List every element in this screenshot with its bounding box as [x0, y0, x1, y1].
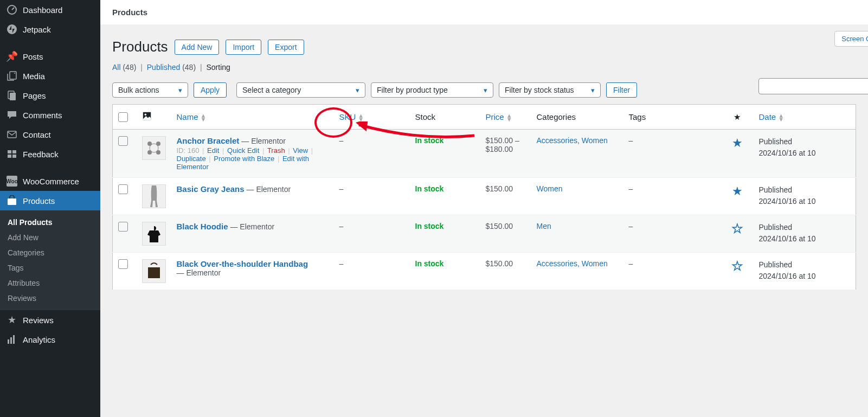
- comment-icon: [7, 110, 17, 120]
- svg-rect-10: [12, 155, 16, 158]
- sidebar-sub-reviews[interactable]: Reviews: [0, 291, 100, 306]
- row-checkbox[interactable]: [118, 184, 128, 194]
- category-filter-select[interactable]: Select a category: [236, 82, 365, 98]
- products-table: Name▲▼ SKU▲▼ Stock Price▲▼ Categories Ta…: [112, 104, 856, 290]
- sidebar-label: WooCommerce: [23, 177, 79, 186]
- sidebar-sub-attributes[interactable]: Attributes: [0, 275, 100, 291]
- product-thumbnail[interactable]: [142, 136, 166, 160]
- export-button[interactable]: Export: [268, 40, 304, 55]
- chart-icon: [7, 334, 17, 345]
- promote-blaze-link[interactable]: Promote with Blaze: [214, 155, 274, 163]
- table-row: Anchor Bracelet — Elementor ID: 160 | Ed…: [113, 130, 856, 178]
- products-icon: [7, 195, 17, 206]
- sidebar-item-posts[interactable]: 📌Posts: [0, 47, 100, 66]
- cell-categories[interactable]: Accessories, Women: [537, 259, 608, 268]
- pin-icon: 📌: [7, 51, 17, 62]
- sidebar-submenu: All Products Add New Categories Tags Att…: [0, 210, 100, 310]
- sidebar-item-dashboard[interactable]: Dashboard: [0, 0, 100, 20]
- stock-status-filter-select[interactable]: Filter by stock status: [499, 82, 601, 98]
- sidebar-item-comments[interactable]: Comments: [0, 105, 100, 125]
- sidebar-item-feedback[interactable]: Feedback: [0, 144, 100, 164]
- column-price[interactable]: Price▲▼: [480, 105, 531, 130]
- product-thumbnail[interactable]: [142, 259, 166, 283]
- sidebar-item-analytics[interactable]: Analytics: [0, 330, 100, 349]
- sidebar-label: Dashboard: [23, 5, 62, 15]
- filter-button[interactable]: Filter: [606, 82, 637, 98]
- column-name[interactable]: Name▲▼: [171, 105, 334, 130]
- view-link[interactable]: View: [293, 146, 308, 155]
- sidebar-label: Contact: [23, 130, 51, 139]
- media-icon: [7, 70, 17, 81]
- sidebar-sub-add-new[interactable]: Add New: [0, 230, 100, 245]
- topbar-title: Products: [112, 8, 147, 17]
- sidebar-item-pages[interactable]: Pages: [0, 86, 100, 105]
- row-checkbox[interactable]: [118, 222, 128, 232]
- product-type-filter-select[interactable]: Filter by product type: [371, 82, 493, 98]
- featured-star[interactable]: ★: [721, 215, 754, 253]
- product-name-link[interactable]: Basic Gray Jeans: [177, 184, 245, 194]
- svg-point-19: [156, 142, 160, 146]
- featured-star[interactable]: ★: [721, 253, 754, 290]
- cell-categories[interactable]: Women: [537, 184, 563, 193]
- main-area: Products Screen Opt Products Add New Imp…: [100, 0, 868, 417]
- trash-link[interactable]: Trash: [267, 146, 285, 155]
- cell-tags: –: [623, 253, 721, 290]
- sidebar-label: Feedback: [23, 150, 59, 159]
- column-date[interactable]: Date▲▼: [754, 105, 856, 130]
- filter-published-link[interactable]: Published (48): [147, 63, 196, 72]
- sidebar-item-media[interactable]: Media: [0, 66, 100, 86]
- edit-link[interactable]: Edit: [207, 146, 219, 155]
- svg-rect-14: [13, 335, 15, 344]
- cell-sku: –: [334, 130, 410, 178]
- product-name-link[interactable]: Black Hoodie: [177, 222, 228, 231]
- cell-tags: –: [623, 215, 721, 253]
- sidebar-item-contact[interactable]: Contact: [0, 125, 100, 144]
- product-thumbnail[interactable]: [142, 222, 166, 246]
- svg-point-21: [156, 150, 160, 155]
- sidebar-sub-all-products[interactable]: All Products: [0, 215, 100, 230]
- sidebar-item-reviews[interactable]: ★Reviews: [0, 310, 100, 330]
- featured-star[interactable]: ★: [721, 130, 754, 178]
- add-new-button[interactable]: Add New: [175, 40, 220, 55]
- cell-categories[interactable]: Men: [537, 222, 551, 230]
- cell-sku: –: [334, 215, 410, 253]
- table-row: Basic Gray Jeans — Elementor – In stock …: [113, 178, 856, 215]
- select-all-checkbox[interactable]: [118, 112, 128, 122]
- column-tags: Tags: [623, 105, 721, 130]
- cell-stock: In stock: [415, 136, 444, 145]
- featured-star[interactable]: ★: [721, 178, 754, 215]
- row-checkbox[interactable]: [118, 259, 128, 269]
- sidebar-sub-categories[interactable]: Categories: [0, 245, 100, 260]
- builder-tag: — Elementor: [228, 222, 275, 231]
- star-icon: ★: [7, 315, 17, 325]
- sidebar-item-jetpack[interactable]: Jetpack: [0, 20, 100, 39]
- row-id: ID: 160: [177, 146, 200, 155]
- sidebar-sub-tags[interactable]: Tags: [0, 260, 100, 275]
- filter-sorting-link[interactable]: Sorting: [207, 63, 230, 72]
- filter-all-link[interactable]: All (48): [112, 63, 136, 72]
- svg-point-18: [147, 142, 152, 146]
- apply-button[interactable]: Apply: [194, 82, 227, 98]
- product-name-link[interactable]: Black Over-the-shoulder Handbag: [177, 259, 308, 268]
- cell-categories[interactable]: Accessories, Women: [537, 136, 608, 145]
- bulk-actions-select[interactable]: Bulk actions: [112, 82, 188, 98]
- column-featured: ★: [721, 105, 754, 130]
- column-sku[interactable]: SKU▲▼: [334, 105, 410, 130]
- import-button[interactable]: Import: [226, 40, 261, 55]
- cell-date: Published2024/10/16 at 10: [754, 253, 856, 290]
- screen-options-button[interactable]: Screen Opt: [834, 31, 868, 47]
- row-actions: ID: 160 | Edit | Quick Edit | Trash | Vi…: [177, 146, 329, 171]
- quick-edit-link[interactable]: Quick Edit: [227, 146, 259, 155]
- svg-rect-7: [8, 150, 11, 153]
- row-checkbox[interactable]: [118, 136, 128, 146]
- table-filters: Bulk actions Apply Select a category Fil…: [112, 80, 856, 104]
- search-input[interactable]: [758, 78, 868, 94]
- sidebar-item-products[interactable]: Products: [0, 191, 100, 210]
- product-thumbnail[interactable]: [142, 184, 166, 208]
- duplicate-link[interactable]: Duplicate: [177, 155, 206, 163]
- sidebar-item-woocommerce[interactable]: WooWooCommerce: [0, 171, 100, 191]
- content-area: Screen Opt Products Add New Import Expor…: [100, 24, 868, 417]
- sort-icon: ▲▼: [778, 114, 784, 121]
- topbar: Products: [100, 0, 868, 24]
- product-name-link[interactable]: Anchor Bracelet: [177, 136, 240, 145]
